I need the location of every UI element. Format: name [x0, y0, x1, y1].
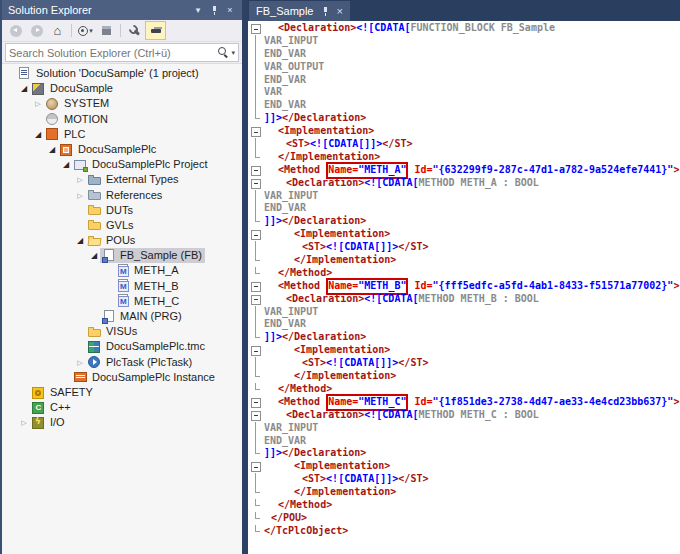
- tree-item-content[interactable]: DocuSample: [30, 81, 116, 96]
- code-line[interactable]: <Declaration><![CDATA[METHOD METH_A : BO…: [248, 177, 680, 190]
- code-line[interactable]: <Implementation>: [248, 460, 680, 473]
- code-line[interactable]: VAR: [248, 86, 680, 99]
- code-line[interactable]: <ST><![CDATA[]]></ST>: [248, 357, 680, 370]
- tree-item-content[interactable]: External Types: [86, 172, 182, 187]
- fold-collapse-icon[interactable]: [248, 228, 264, 241]
- code-line[interactable]: </Method>: [248, 267, 680, 280]
- tree-item[interactable]: METH_A: [2, 263, 242, 278]
- code-line[interactable]: <Method Name="METH_B" Id="{fff5edfc-a5fd…: [248, 280, 680, 293]
- expander-closed-icon[interactable]: ▷: [18, 415, 30, 430]
- code-line[interactable]: VAR_OUTPUT: [248, 61, 680, 74]
- tree-item-content[interactable]: Solution 'DocuSample' (1 project): [16, 66, 202, 81]
- fold-collapse-icon[interactable]: [248, 22, 264, 35]
- expander-closed-icon[interactable]: ▷: [74, 172, 86, 187]
- tree-item-content[interactable]: C++: [30, 400, 74, 415]
- preview-selected-items-button[interactable]: [145, 21, 166, 40]
- auto-hide-button[interactable]: [206, 2, 222, 18]
- tree-item-content[interactable]: DocuSamplePlc Instance: [72, 370, 218, 385]
- code-line[interactable]: </TcPlcObject>: [248, 525, 680, 538]
- forward-button[interactable]: [26, 21, 47, 40]
- tree-item[interactable]: MOTION: [2, 112, 242, 127]
- switch-views-button[interactable]: ▾: [75, 21, 96, 40]
- tree-item-content[interactable]: PlcTask (PlcTask): [86, 355, 195, 370]
- search-options-chevron-icon[interactable]: ▾: [231, 49, 235, 57]
- code-line[interactable]: <Method Name="METH_A" Id="{632299f9-287c…: [248, 164, 680, 177]
- code-line[interactable]: </Implementation>: [248, 370, 680, 383]
- tree-item-content[interactable]: SAFETY: [30, 385, 96, 400]
- tree-item-content[interactable]: FB_Sample (FB): [100, 248, 205, 263]
- tab-close-icon[interactable]: ×: [336, 6, 342, 17]
- tree-item-content[interactable]: SYSTEM: [44, 96, 112, 111]
- home-button[interactable]: ⌂: [47, 21, 68, 40]
- code-line[interactable]: VAR_INPUT: [248, 35, 680, 48]
- code-line[interactable]: <ST><![CDATA[]]></ST>: [248, 473, 680, 486]
- expander-closed-icon[interactable]: ▷: [32, 96, 44, 111]
- tree-item-content[interactable]: METH_C: [114, 294, 182, 309]
- code-line[interactable]: END_VAR: [248, 99, 680, 112]
- fold-collapse-icon[interactable]: [248, 280, 264, 293]
- tree-item[interactable]: ◢PLC: [2, 127, 242, 142]
- tree-item[interactable]: ◢DocuSample: [2, 81, 242, 96]
- code-line[interactable]: <Implementation>: [248, 125, 680, 138]
- window-position-button[interactable]: ▾: [190, 2, 206, 18]
- tab-pin-icon[interactable]: [321, 6, 330, 17]
- tree-item-content[interactable]: DocuSamplePlc.tmc: [86, 339, 208, 354]
- tree-item[interactable]: VISUs: [2, 324, 242, 339]
- tree-item-content[interactable]: PLC: [44, 127, 88, 142]
- code-line[interactable]: <Implementation>: [248, 228, 680, 241]
- code-line[interactable]: </Method>: [248, 383, 680, 396]
- tree-item[interactable]: DocuSamplePlc.tmc: [2, 339, 242, 354]
- tree-item[interactable]: ▷I/O: [2, 415, 242, 430]
- tree-item-content[interactable]: DUTs: [86, 203, 136, 218]
- tree-item-content[interactable]: GVLs: [86, 218, 137, 233]
- code-line[interactable]: </Implementation>: [248, 254, 680, 267]
- tree-item-content[interactable]: DocuSamplePlc: [58, 142, 159, 157]
- tree-item[interactable]: DUTs: [2, 203, 242, 218]
- tree-item-content[interactable]: MAIN (PRG): [100, 309, 185, 324]
- code-line[interactable]: <Declaration><![CDATA[METHOD METH_B : BO…: [248, 293, 680, 306]
- collapse-all-button[interactable]: [96, 21, 117, 40]
- code-line[interactable]: END_VAR: [248, 318, 680, 331]
- code-line[interactable]: </Method>: [248, 499, 680, 512]
- tree-item-content[interactable]: METH_A: [114, 263, 182, 278]
- code-line[interactable]: VAR_INPUT: [248, 306, 680, 319]
- fold-collapse-icon[interactable]: [248, 344, 264, 357]
- tree-item[interactable]: ▷SYSTEM: [2, 96, 242, 111]
- expander-open-icon[interactable]: ◢: [18, 81, 30, 96]
- code-line[interactable]: <Declaration><![CDATA[FUNCTION_BLOCK FB_…: [248, 22, 680, 35]
- fold-collapse-icon[interactable]: [248, 460, 264, 473]
- code-line[interactable]: ]]></Declaration>: [248, 447, 680, 460]
- tree-item[interactable]: MAIN (PRG): [2, 309, 242, 324]
- code-line[interactable]: <Method Name="METH_C" Id="{1f851de3-2738…: [248, 396, 680, 409]
- fold-collapse-icon[interactable]: [248, 293, 264, 306]
- tree-item[interactable]: Solution 'DocuSample' (1 project): [2, 66, 242, 81]
- tree-item[interactable]: METH_B: [2, 279, 242, 294]
- expander-open-icon[interactable]: ◢: [60, 157, 72, 172]
- code-line[interactable]: END_VAR: [248, 48, 680, 61]
- tree-item[interactable]: ▷References: [2, 188, 242, 203]
- tree-item-content[interactable]: References: [86, 188, 165, 203]
- code-line[interactable]: VAR_INPUT: [248, 190, 680, 203]
- code-line[interactable]: </Implementation>: [248, 151, 680, 164]
- fold-collapse-icon[interactable]: [248, 177, 264, 190]
- tree-item[interactable]: SAFETY: [2, 385, 242, 400]
- fold-collapse-icon[interactable]: [248, 125, 264, 138]
- tree-item-content[interactable]: POUs: [86, 233, 138, 248]
- tree-item[interactable]: ▷PlcTask (PlcTask): [2, 355, 242, 370]
- code-line[interactable]: ]]></Declaration>: [248, 331, 680, 344]
- fold-collapse-icon[interactable]: [248, 396, 264, 409]
- tree-item-content[interactable]: DocuSamplePlc Project: [72, 157, 211, 172]
- tree-item[interactable]: GVLs: [2, 218, 242, 233]
- expander-open-icon[interactable]: ◢: [46, 142, 58, 157]
- code-editor[interactable]: <Declaration><![CDATA[FUNCTION_BLOCK FB_…: [248, 21, 680, 554]
- tree-item[interactable]: ◢DocuSamplePlc: [2, 142, 242, 157]
- expander-closed-icon[interactable]: ▷: [74, 355, 86, 370]
- fold-collapse-icon[interactable]: [248, 409, 264, 422]
- code-line[interactable]: ]]></Declaration>: [248, 112, 680, 125]
- tree-item-content[interactable]: METH_B: [114, 279, 182, 294]
- panel-title-bar[interactable]: Solution Explorer ▾ ×: [2, 0, 242, 20]
- search-input[interactable]: [9, 47, 218, 59]
- code-line[interactable]: ]]></Declaration>: [248, 215, 680, 228]
- search-box[interactable]: ▾: [5, 43, 239, 62]
- back-button[interactable]: [5, 21, 26, 40]
